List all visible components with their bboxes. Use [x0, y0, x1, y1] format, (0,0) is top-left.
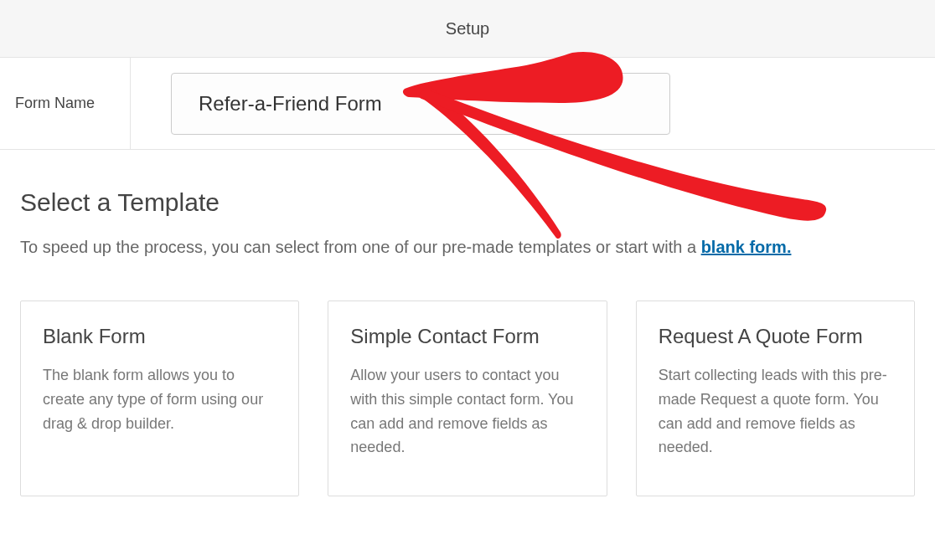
page-title: Setup	[446, 19, 489, 39]
content-area: Select a Template To speed up the proces…	[0, 150, 935, 496]
desc-text: To speed up the process, you can select …	[20, 238, 701, 256]
form-name-row: Form Name	[0, 58, 935, 150]
form-name-input[interactable]	[171, 73, 670, 135]
blank-form-link[interactable]: blank form.	[701, 238, 792, 256]
select-template-description: To speed up the process, you can select …	[20, 235, 915, 259]
templates-grid: Blank Form The blank form allows you to …	[20, 301, 915, 496]
setup-header: Setup	[0, 0, 935, 58]
form-name-label: Form Name	[0, 58, 131, 149]
template-blank-form[interactable]: Blank Form The blank form allows you to …	[20, 301, 299, 496]
select-template-title: Select a Template	[20, 188, 915, 217]
form-name-input-wrap	[131, 58, 935, 149]
template-desc: Allow your users to contact you with thi…	[350, 363, 584, 460]
template-title: Simple Contact Form	[350, 325, 584, 348]
template-request-quote-form[interactable]: Request A Quote Form Start collecting le…	[636, 301, 915, 496]
template-desc: Start collecting leads with this pre-mad…	[659, 363, 892, 460]
template-simple-contact-form[interactable]: Simple Contact Form Allow your users to …	[328, 301, 607, 496]
template-desc: The blank form allows you to create any …	[43, 363, 276, 435]
template-title: Blank Form	[43, 325, 276, 348]
template-title: Request A Quote Form	[659, 325, 892, 348]
